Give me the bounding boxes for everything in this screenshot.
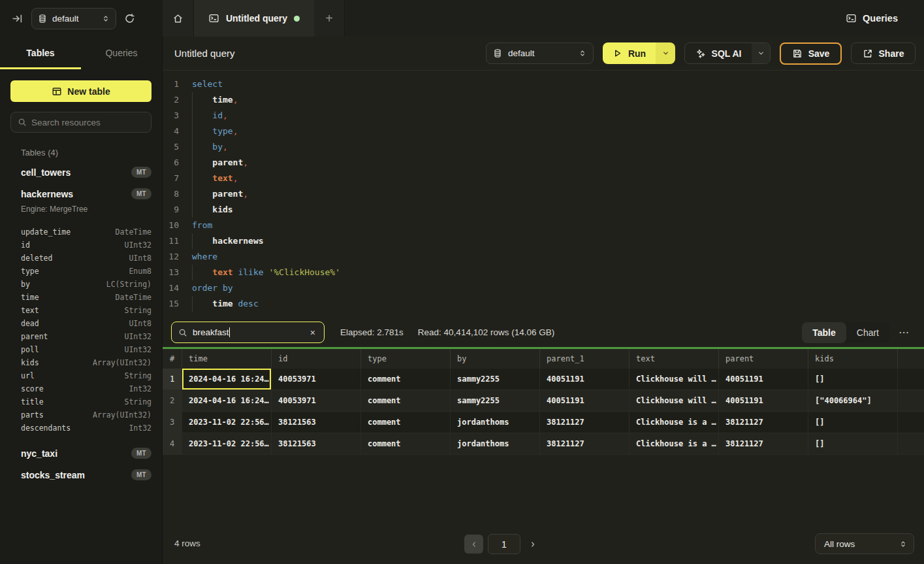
sql-editor[interactable]: 1select2 time,3 id,4 type,5 by,6 parent,… <box>163 71 924 318</box>
cell-time[interactable]: 2024-04-16 16:24… <box>182 390 272 411</box>
top-bar-left: default <box>0 0 163 37</box>
cell-id[interactable]: 40053971 <box>272 390 361 411</box>
cell-by[interactable]: sammy2255 <box>451 390 540 411</box>
cell-id[interactable]: 38121563 <box>272 412 361 433</box>
code-line-9[interactable]: 9 kids <box>163 202 924 218</box>
code-line-7[interactable]: 7 text, <box>163 171 924 186</box>
collapse-sidebar-icon[interactable] <box>12 13 23 24</box>
column-header-parent[interactable]: parent <box>719 349 808 369</box>
sidebar-tab-queries[interactable]: Queries <box>81 37 162 69</box>
sql-ai-options-button[interactable] <box>752 43 770 63</box>
database-selector[interactable]: default <box>31 8 116 29</box>
code-line-8[interactable]: 8 parent, <box>163 186 924 202</box>
queries-button[interactable]: Queries <box>846 0 898 37</box>
refresh-icon[interactable] <box>124 13 135 24</box>
sidebar-tab-tables[interactable]: Tables <box>0 37 81 69</box>
cell-parent_1[interactable]: 40051191 <box>540 369 629 390</box>
sidebar-table-hackernews[interactable]: hackernews MT <box>0 183 162 205</box>
code-line-5[interactable]: 5 by, <box>163 139 924 155</box>
cell-type[interactable]: comment <box>361 369 451 390</box>
cell-text[interactable]: Clickhouse is a … <box>629 433 719 454</box>
column-header-kids[interactable]: kids <box>808 349 898 369</box>
home-tab[interactable] <box>163 0 194 37</box>
cell-by[interactable]: jordanthoms <box>451 412 540 433</box>
cell-kids[interactable]: [] <box>808 369 898 390</box>
cell-time[interactable]: 2023-11-02 22:56… <box>182 412 272 433</box>
sidebar-table-stocks_stream[interactable]: stocks_stream MT <box>0 464 162 486</box>
code-line-10[interactable]: 10from <box>163 218 924 233</box>
cell-text[interactable]: Clickhouse is a … <box>629 412 719 433</box>
cell-parent[interactable]: 38121127 <box>719 412 808 433</box>
column-header-text[interactable]: text <box>629 349 719 369</box>
new-table-button[interactable]: New table <box>10 80 151 102</box>
run-button[interactable]: Run <box>603 42 656 64</box>
play-icon <box>613 48 622 58</box>
cell-parent_1[interactable]: 40051191 <box>540 390 629 411</box>
code-line-1[interactable]: 1select <box>163 76 924 92</box>
code-line-14[interactable]: 14order by <box>163 280 924 296</box>
terminal-icon <box>208 13 219 24</box>
save-button[interactable]: Save <box>780 42 842 65</box>
query-database-selector[interactable]: default <box>486 42 594 64</box>
more-options-icon[interactable]: ⋯ <box>896 326 912 339</box>
sql-ai-button[interactable]: SQL AI <box>685 43 752 63</box>
engine-badge: MT <box>131 448 151 459</box>
new-table-label: New table <box>67 86 110 97</box>
new-tab-button[interactable]: + <box>314 0 345 37</box>
share-button[interactable]: Share <box>851 42 916 64</box>
cell-id[interactable]: 40053971 <box>272 369 361 390</box>
column-header-time[interactable]: time <box>182 349 272 369</box>
code-line-3[interactable]: 3 id, <box>163 108 924 124</box>
cell-parent_1[interactable]: 38121127 <box>540 412 629 433</box>
view-toggle-table[interactable]: Table <box>802 322 846 343</box>
cell-type[interactable]: comment <box>361 433 451 454</box>
schema-column-by: byLC(String) <box>0 278 162 291</box>
cell-text[interactable]: Clickhouse will … <box>629 369 719 390</box>
cell-type[interactable]: comment <box>361 390 451 411</box>
table-name: stocks_stream <box>21 470 131 480</box>
cell-by[interactable]: sammy2255 <box>451 369 540 390</box>
sql-ai-label: SQL AI <box>712 48 742 59</box>
code-line-12[interactable]: 12where <box>163 249 924 265</box>
clear-search-icon[interactable]: × <box>308 327 317 338</box>
cell-kids[interactable]: [] <box>808 412 898 433</box>
cell-time[interactable]: 2023-11-02 22:56… <box>182 433 272 454</box>
cell-parent_1[interactable]: 38121127 <box>540 433 629 454</box>
next-page-button[interactable] <box>525 535 541 554</box>
line-number: 10 <box>163 218 190 233</box>
cell-parent[interactable]: 40051191 <box>719 390 808 411</box>
code-line-11[interactable]: 11 hackernews <box>163 233 924 249</box>
code-line-15[interactable]: 15 time desc <box>163 296 924 312</box>
view-toggle-chart[interactable]: Chart <box>846 322 889 343</box>
code-content: id, <box>190 108 228 124</box>
code-line-2[interactable]: 2 time, <box>163 92 924 108</box>
sidebar-table-cell_towers[interactable]: cell_towers MT <box>0 161 162 183</box>
line-number: 2 <box>163 92 190 108</box>
cell-kids[interactable]: ["40066964"] <box>808 390 898 411</box>
column-header-type[interactable]: type <box>361 349 451 369</box>
code-line-4[interactable]: 4 type, <box>163 124 924 139</box>
column-header-index[interactable]: # <box>163 349 182 369</box>
prev-page-button[interactable] <box>464 535 483 554</box>
cell-type[interactable]: comment <box>361 412 451 433</box>
sidebar-search-input[interactable] <box>31 118 144 127</box>
code-line-6[interactable]: 6 parent, <box>163 155 924 171</box>
cell-parent[interactable]: 40051191 <box>719 369 808 390</box>
cell-parent[interactable]: 38121127 <box>719 433 808 454</box>
tab-untitled-query[interactable]: Untitled query <box>194 0 314 37</box>
cell-id[interactable]: 38121563 <box>272 433 361 454</box>
cell-text[interactable]: Clickhouse will … <box>629 390 719 411</box>
cell-kids[interactable]: [] <box>808 433 898 454</box>
page-number-input[interactable]: 1 <box>488 534 520 554</box>
results-search[interactable]: breakfast × <box>171 322 325 343</box>
run-options-button[interactable] <box>656 42 675 64</box>
cell-time[interactable]: 2024-04-16 16:24… <box>182 369 272 390</box>
sidebar-search[interactable] <box>10 112 151 133</box>
cell-by[interactable]: jordanthoms <box>451 433 540 454</box>
column-header-id[interactable]: id <box>272 349 361 369</box>
column-header-by[interactable]: by <box>451 349 540 369</box>
sidebar-table-nyc_taxi[interactable]: nyc_taxi MT <box>0 442 162 464</box>
column-header-parent_1[interactable]: parent_1 <box>540 349 629 369</box>
code-line-13[interactable]: 13 text ilike '%ClickHouse%' <box>163 265 924 280</box>
page-size-selector[interactable]: All rows <box>815 533 914 554</box>
